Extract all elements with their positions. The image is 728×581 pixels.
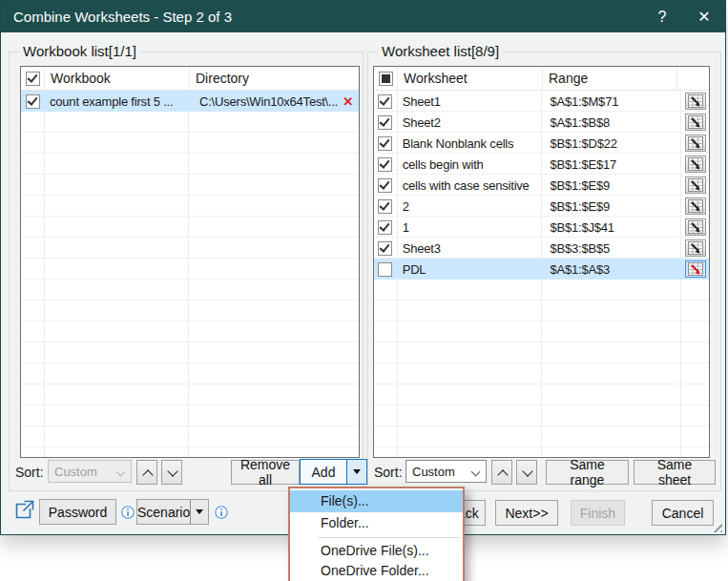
scenario-dropdown-arrow-icon[interactable] bbox=[190, 500, 208, 524]
worksheet-row[interactable]: Sheet2$A$1:$B$8 bbox=[374, 112, 709, 133]
worksheet-row[interactable]: Sheet1$A$1:$M$71 bbox=[374, 91, 709, 112]
worksheet-move-down-button[interactable] bbox=[516, 460, 537, 485]
worksheet-name: Sheet1 bbox=[397, 94, 545, 109]
worksheet-range: $A$1:$A$3 bbox=[544, 262, 681, 277]
worksheet-range: $A$1:$B$8 bbox=[544, 115, 681, 130]
next-button[interactable]: Next>> bbox=[495, 500, 558, 526]
remove-all-button[interactable]: Remove all bbox=[231, 460, 300, 485]
add-dropdown-arrow-icon[interactable] bbox=[346, 460, 366, 484]
worksheet-range: $B$1:$E$17 bbox=[544, 157, 681, 172]
worksheet-name: Blank Nonblank cells bbox=[397, 136, 545, 151]
worksheet-row[interactable]: PDL$A$1:$A$3 bbox=[374, 259, 709, 280]
worksheet-row-checkbox[interactable] bbox=[378, 262, 392, 277]
dialog-title: Combine Worksheets - Step 2 of 3 bbox=[13, 9, 232, 25]
workbook-move-up-button[interactable] bbox=[136, 460, 157, 485]
worksheet-row[interactable]: cells with case sensitive$B$1:$E$9 bbox=[374, 175, 709, 196]
range-select-icon[interactable] bbox=[685, 93, 706, 110]
workbook-panel: Workbook list[1/1] Workbook Directory co… bbox=[9, 52, 364, 491]
worksheet-row[interactable]: Sheet3$B$3:$B$5 bbox=[374, 238, 709, 259]
range-select-icon[interactable] bbox=[685, 239, 706, 257]
workbook-move-down-button[interactable] bbox=[161, 460, 182, 485]
worksheet-sort-combo[interactable]: Custom bbox=[406, 460, 487, 483]
worksheet-row[interactable]: 1$B$1:$J$41 bbox=[374, 217, 709, 238]
col-directory: Directory bbox=[190, 71, 249, 86]
password-info-icon bbox=[121, 506, 135, 519]
workbook-list-header: Workbook Directory bbox=[21, 67, 359, 91]
workbook-directory: C:\Users\Win10x64Test\... bbox=[199, 94, 338, 109]
workbook-select-all-checkbox[interactable] bbox=[26, 72, 40, 86]
menu-item-onedrive-folder[interactable]: OneDrive Folder... bbox=[290, 561, 463, 581]
worksheet-row-checkbox[interactable] bbox=[378, 199, 392, 214]
worksheet-range: $B$1:$E$9 bbox=[544, 178, 681, 193]
range-select-icon[interactable] bbox=[685, 218, 706, 236]
workbook-list-body[interactable]: count example first 5 ... C:\Users\Win10… bbox=[21, 91, 359, 457]
add-dropdown-menu: File(s)... Folder... OneDrive File(s)...… bbox=[288, 487, 465, 581]
add-split-button[interactable]: Add bbox=[300, 459, 367, 485]
worksheet-row[interactable]: Blank Nonblank cells$B$1:$D$22 bbox=[374, 133, 709, 154]
scenario-button[interactable]: Scenario bbox=[136, 499, 209, 525]
workbook-sort-combo: Custom bbox=[48, 460, 132, 483]
worksheet-row-checkbox[interactable] bbox=[378, 178, 392, 193]
worksheet-list-header: Worksheet Range bbox=[374, 67, 709, 91]
workbook-sort-label: Sort: bbox=[15, 465, 44, 480]
range-select-icon[interactable] bbox=[685, 260, 706, 278]
worksheet-name: 2 bbox=[397, 199, 545, 214]
worksheet-panel-label: Worksheet list[8/9] bbox=[378, 43, 503, 59]
workbook-row[interactable]: count example first 5 ... C:\Users\Win10… bbox=[21, 91, 359, 112]
range-select-icon[interactable] bbox=[685, 176, 706, 194]
range-select-icon[interactable] bbox=[685, 156, 706, 173]
worksheet-row[interactable]: 2$B$1:$E$9 bbox=[374, 196, 709, 217]
col-range: Range bbox=[543, 71, 588, 86]
cancel-button[interactable]: Cancel bbox=[652, 500, 714, 526]
worksheet-row[interactable]: cells begin with$B$1:$E$17 bbox=[374, 154, 709, 175]
worksheet-range: $B$1:$D$22 bbox=[544, 136, 681, 151]
finish-button: Finish bbox=[571, 500, 625, 526]
range-select-icon[interactable] bbox=[685, 114, 706, 131]
titlebar[interactable]: Combine Worksheets - Step 2 of 3 ? ✕ bbox=[1, 1, 725, 32]
worksheet-list: Worksheet Range Sheet1$A$1:$M$71Sheet2$A… bbox=[373, 66, 710, 458]
worksheet-row-checkbox[interactable] bbox=[378, 220, 392, 235]
workbook-panel-label: Workbook list[1/1] bbox=[19, 43, 140, 59]
worksheet-panel: Worksheet list[8/9] Worksheet Range Shee… bbox=[367, 52, 721, 491]
worksheet-sort-label: Sort: bbox=[374, 465, 403, 480]
menu-separator bbox=[319, 537, 460, 538]
menu-item-folder[interactable]: Folder... bbox=[290, 512, 463, 534]
same-sheet-button[interactable]: Same sheet bbox=[634, 460, 716, 485]
worksheet-move-up-button[interactable] bbox=[491, 460, 512, 485]
workbook-list: Workbook Directory count example first 5… bbox=[20, 66, 360, 458]
worksheet-name: PDL bbox=[397, 262, 545, 277]
password-button[interactable]: Password bbox=[39, 499, 116, 525]
worksheet-row-checkbox[interactable] bbox=[378, 94, 392, 109]
worksheet-name: Sheet3 bbox=[397, 241, 545, 256]
worksheet-row-checkbox[interactable] bbox=[378, 136, 392, 151]
worksheet-range: $A$1:$M$71 bbox=[544, 94, 681, 109]
worksheet-list-body[interactable]: Sheet1$A$1:$M$71Sheet2$A$1:$B$8Blank Non… bbox=[374, 91, 709, 457]
delete-workbook-icon[interactable]: ✕ bbox=[343, 94, 353, 109]
combine-worksheets-dialog: Combine Worksheets - Step 2 of 3 ? ✕ Wor… bbox=[0, 0, 726, 535]
worksheet-name: cells with case sensitive bbox=[397, 178, 545, 193]
worksheet-name: 1 bbox=[397, 220, 545, 235]
workbook-row-checkbox[interactable] bbox=[26, 94, 40, 109]
worksheet-range: $B$1:$J$41 bbox=[544, 220, 681, 235]
same-range-button[interactable]: Same range bbox=[546, 460, 629, 485]
help-icon[interactable]: ? bbox=[642, 1, 682, 32]
worksheet-name: Sheet2 bbox=[397, 115, 545, 130]
menu-item-onedrive-files[interactable]: OneDrive File(s)... bbox=[290, 541, 463, 561]
close-icon[interactable]: ✕ bbox=[684, 1, 724, 32]
col-worksheet: Worksheet bbox=[398, 71, 468, 86]
scenario-info-icon bbox=[215, 506, 228, 519]
worksheet-row-checkbox[interactable] bbox=[378, 115, 392, 130]
col-workbook: Workbook bbox=[45, 71, 111, 86]
worksheet-name: cells begin with bbox=[397, 157, 545, 172]
add-button[interactable]: Add bbox=[301, 460, 346, 484]
worksheet-row-checkbox[interactable] bbox=[378, 241, 392, 256]
workbook-name: count example first 5 ... bbox=[44, 94, 194, 109]
worksheet-row-checkbox[interactable] bbox=[378, 157, 392, 172]
range-select-icon[interactable] bbox=[685, 197, 706, 215]
menu-item-files[interactable]: File(s)... bbox=[290, 490, 463, 512]
range-select-icon[interactable] bbox=[685, 135, 706, 152]
worksheet-range: $B$3:$B$5 bbox=[544, 241, 681, 256]
worksheet-select-all-checkbox[interactable] bbox=[379, 72, 393, 86]
popout-icon[interactable] bbox=[13, 500, 34, 521]
screen: Combine Worksheets - Step 2 of 3 ? ✕ Wor… bbox=[0, 0, 728, 581]
